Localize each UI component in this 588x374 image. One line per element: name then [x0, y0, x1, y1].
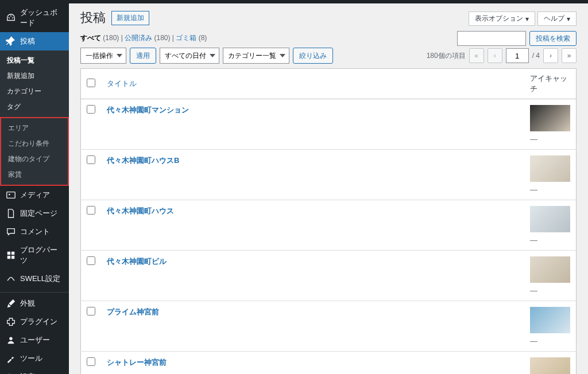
submenu-category[interactable]: カテゴリー	[0, 84, 69, 99]
post-title-link[interactable]: 代々木神園町ビル	[107, 257, 167, 266]
table-row: 代々木神園町ハウス —	[81, 200, 577, 251]
filter-trash-count: (8)	[199, 34, 207, 42]
row-checkbox[interactable]	[87, 307, 95, 315]
sidebar-item-settings[interactable]: 設定	[0, 368, 69, 374]
post-title-link[interactable]: 代々木神園町ハウス	[107, 207, 174, 215]
thumb-dash: —	[530, 337, 570, 345]
comment-icon	[6, 227, 16, 237]
plugin-icon	[6, 317, 16, 327]
wrench-icon	[6, 353, 16, 364]
sidebar-label: ブログパーツ	[20, 245, 63, 266]
post-title-link[interactable]: 代々木神園町マンション	[107, 106, 189, 114]
post-thumbnail	[530, 357, 570, 374]
screen-options-button[interactable]: 表示オプション ▾	[469, 11, 535, 26]
prev-page-button: ‹	[488, 48, 502, 63]
posts-table: タイトル アイキャッチ 代々木神園町マンション — 代々木神園町ハウスB — 代…	[80, 68, 577, 374]
page-icon	[6, 208, 16, 219]
submenu-kodawari[interactable]: こだわり条件	[1, 136, 68, 151]
sidebar-item-users[interactable]: ユーザー	[0, 331, 69, 349]
filter-trash[interactable]: ゴミ箱	[176, 34, 196, 42]
svg-rect-4	[7, 256, 10, 259]
sidebar-item-appearance[interactable]: 外観	[0, 294, 69, 313]
post-thumbnail	[530, 256, 570, 283]
row-checkbox[interactable]	[87, 105, 95, 114]
brush-icon	[6, 298, 16, 309]
row-checkbox[interactable]	[87, 206, 95, 215]
row-checkbox[interactable]	[87, 155, 95, 164]
sidebar-item-dashboard[interactable]: ダッシュボード	[0, 3, 69, 32]
thumb-dash: —	[530, 286, 570, 295]
post-title-link[interactable]: プライム神宮前	[107, 307, 159, 316]
submenu-tag[interactable]: タグ	[0, 99, 69, 115]
filter-published[interactable]: 公開済み	[125, 34, 152, 42]
thumb-dash: —	[530, 185, 570, 194]
row-checkbox[interactable]	[87, 256, 95, 265]
bulk-action-select[interactable]: 一括操作	[80, 48, 126, 64]
admin-sidebar: ダッシュボード 投稿 投稿一覧 新規追加 カテゴリー タグ エリア こだわり条件…	[0, 0, 69, 374]
submenu-building-type[interactable]: 建物のタイプ	[1, 151, 68, 167]
thumb-column-header: アイキャッチ	[524, 69, 577, 99]
sidebar-label: プラグイン	[20, 317, 57, 327]
table-row: シャトレー神宮前 —	[81, 352, 577, 375]
posts-submenu: 投稿一覧 新規追加 カテゴリー タグ	[0, 50, 69, 117]
post-thumbnail	[530, 105, 570, 131]
user-icon	[6, 335, 16, 345]
last-page-button[interactable]: »	[562, 48, 577, 63]
next-page-button[interactable]: ›	[543, 48, 558, 63]
submenu-yachin[interactable]: 家賃	[1, 167, 68, 182]
sidebar-item-blogparts[interactable]: ブログパーツ	[0, 241, 69, 270]
select-all-checkbox[interactable]	[87, 79, 95, 87]
search-input[interactable]	[457, 31, 526, 46]
date-filter-select[interactable]: すべての日付	[160, 48, 219, 64]
table-row: 代々木神園町ハウスB —	[81, 150, 577, 200]
sidebar-label: 外観	[20, 298, 35, 309]
table-row: プライム神宮前 —	[81, 301, 577, 352]
apply-button[interactable]: 適用	[130, 48, 156, 64]
sidebar-item-media[interactable]: メディア	[0, 186, 69, 204]
sidebar-label: ダッシュボード	[20, 7, 63, 28]
sidebar-label: 設定	[20, 372, 35, 374]
caret-down-icon: ▾	[525, 15, 529, 23]
help-button[interactable]: ヘルプ ▾	[537, 11, 577, 26]
sidebar-label: 固定ページ	[20, 208, 57, 219]
current-page-input[interactable]	[506, 48, 529, 63]
pin-icon	[6, 36, 16, 46]
title-column-header[interactable]: タイトル	[107, 79, 137, 88]
submenu-area[interactable]: エリア	[1, 120, 68, 136]
filter-button[interactable]: 絞り込み	[293, 48, 333, 64]
post-title-link[interactable]: シャトレー神宮前	[107, 358, 167, 367]
sidebar-item-tools[interactable]: ツール	[0, 349, 69, 368]
svg-rect-0	[7, 192, 15, 198]
help-label: ヘルプ	[544, 14, 564, 24]
post-thumbnail	[530, 155, 570, 182]
filter-published-count: (180)	[154, 34, 171, 42]
page-title: 投稿	[80, 9, 106, 26]
sidebar-item-plugins[interactable]: プラグイン	[0, 313, 69, 331]
table-row: 代々木神園町ビル —	[81, 251, 577, 301]
sidebar-label: ツール	[20, 353, 42, 364]
post-title-link[interactable]: 代々木神園町ハウスB	[107, 156, 179, 165]
post-thumbnail	[530, 307, 570, 333]
submenu-posts-new[interactable]: 新規追加	[0, 68, 69, 84]
row-checkbox[interactable]	[87, 357, 95, 366]
submenu-posts-list[interactable]: 投稿一覧	[0, 53, 69, 68]
filter-all[interactable]: すべて	[80, 34, 101, 42]
sidebar-item-comments[interactable]: コメント	[0, 223, 69, 241]
posts-submenu-taxonomies: エリア こだわり条件 建物のタイプ 家賃	[0, 117, 69, 186]
thumb-dash: —	[530, 135, 570, 143]
screen-links: 表示オプション ▾ ヘルプ ▾	[469, 11, 577, 26]
sidebar-item-posts[interactable]: 投稿	[0, 32, 69, 50]
search-button[interactable]: 投稿を検索	[529, 31, 577, 46]
sidebar-item-pages[interactable]: 固定ページ	[0, 204, 69, 223]
screen-options-label: 表示オプション	[475, 14, 523, 24]
svg-rect-3	[11, 252, 14, 255]
caret-down-icon: ▾	[567, 15, 570, 23]
category-filter-select[interactable]: カテゴリー一覧	[223, 48, 289, 64]
svg-rect-2	[7, 252, 10, 255]
items-count: 180個の項目	[427, 51, 466, 61]
add-new-button[interactable]: 新規追加	[111, 11, 149, 25]
svg-rect-5	[11, 256, 14, 259]
sidebar-item-swell[interactable]: SWELL設定	[0, 270, 69, 288]
sidebar-label: ユーザー	[20, 335, 50, 345]
post-thumbnail	[530, 206, 570, 232]
